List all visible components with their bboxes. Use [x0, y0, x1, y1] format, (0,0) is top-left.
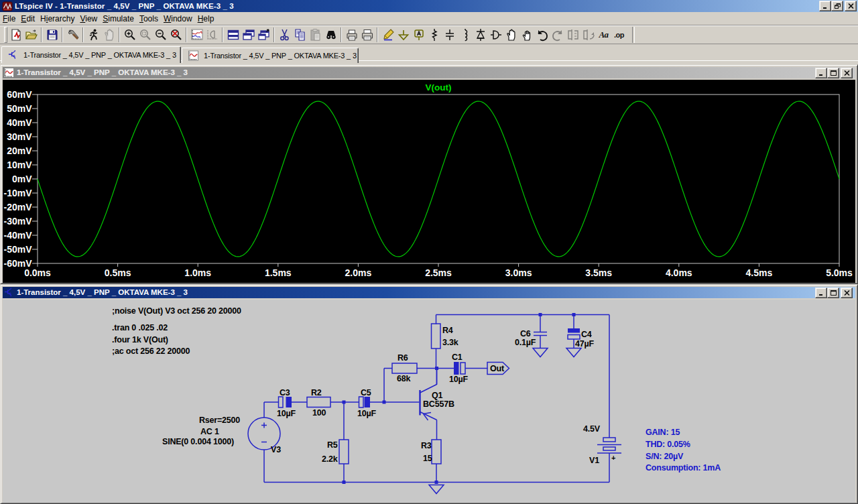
toolbar-plot-settings-button[interactable]	[189, 27, 204, 42]
menu-view[interactable]: View	[77, 13, 100, 25]
v3-param-ac[interactable]: AC 1	[200, 427, 219, 436]
waveform-doc-icon	[188, 50, 199, 62]
schematic-close-button[interactable]	[841, 288, 853, 298]
schematic-window-titlebar[interactable]: 1-Transistor _ 4,5V _ PNP _ OKTAVA MKE-3…	[3, 287, 855, 298]
tab-schematic[interactable]: 1-Transistor _ 4,5V _ PNP _ OKTAVA MKE-3…	[1, 46, 181, 63]
toolbar-print-preview-button[interactable]	[344, 27, 359, 42]
schematic-window-title: 1-Transistor _ 4,5V _ PNP _ OKTAVA MKE-3…	[17, 288, 188, 296]
menu-simulate[interactable]: Simulate	[100, 13, 137, 25]
toolbar-run-button[interactable]	[86, 27, 101, 42]
x-tick-label: 5.0ms	[826, 267, 853, 278]
toolbar-zoom-in-button[interactable]	[122, 27, 137, 42]
toolbar-new-schematic-button[interactable]	[8, 27, 23, 42]
c1-neg-plate	[461, 363, 465, 374]
toolbar-diode-button[interactable]	[473, 27, 488, 42]
r4-ref[interactable]: R4	[442, 326, 453, 335]
toolbar-control-panel-button[interactable]	[65, 27, 80, 42]
note-sn[interactable]: S/N: 20µV	[646, 452, 684, 461]
toolbar-inductor-button[interactable]	[457, 27, 473, 42]
halt-icon	[103, 28, 116, 42]
c5-value[interactable]: 10µF	[357, 409, 377, 418]
waveform-window-titlebar[interactable]: 1-Transistor _ 4,5V _ PNP _ OKTAVA MKE-3…	[3, 67, 855, 78]
note-thd[interactable]: THD: 0.05%	[646, 440, 690, 449]
toolbar: Aa.op	[0, 25, 858, 44]
menu-help[interactable]: Help	[195, 13, 217, 25]
toolbar-capacitor-button[interactable]	[442, 27, 457, 42]
waveform-plot[interactable]: 60mV50mV40mV30mV20mV10mV0mV-10mV-20mV-30…	[3, 80, 855, 283]
toolbar-component-button[interactable]	[488, 27, 503, 42]
toolbar-drag-button[interactable]	[519, 27, 534, 42]
toolbar-zoom-out-button[interactable]	[153, 27, 168, 42]
waveform-minimize-button[interactable]	[815, 68, 827, 78]
v1-value[interactable]: 4.5V	[583, 424, 601, 434]
schematic-maximize-button[interactable]	[827, 288, 839, 298]
ltspice-app-icon[interactable]	[2, 1, 13, 11]
v3-param-rser[interactable]: Rser=2500	[199, 416, 240, 425]
c6-value[interactable]: 0.1µF	[515, 338, 536, 347]
toolbar-resistor-button[interactable]	[426, 27, 442, 42]
c1-value[interactable]: 10µF	[449, 375, 469, 384]
toolbar-open-button[interactable]	[23, 27, 39, 42]
toolbar-wire-button[interactable]	[380, 27, 395, 42]
toolbar-ground-button[interactable]	[395, 27, 411, 42]
trace-name-label[interactable]: V(out)	[426, 82, 452, 92]
note-gain[interactable]: GAIN: 15	[646, 428, 680, 437]
menu-window[interactable]: Window	[161, 13, 195, 25]
r3-ref[interactable]: R3	[421, 441, 432, 450]
menubar: FileEditHierarchyViewSimulateToolsWindow…	[0, 12, 858, 25]
directive-ac[interactable]: ;ac oct 256 22 20000	[112, 346, 190, 356]
q1-value[interactable]: BC557B	[423, 399, 454, 409]
schematic-canvas[interactable]: ;noise V(Out) V3 oct 256 20 20000 .tran …	[3, 300, 855, 503]
toolbar-cascade-windows-button[interactable]	[241, 27, 256, 42]
r4-value[interactable]: 3.3k	[442, 338, 458, 347]
toolbar-move-button[interactable]	[503, 27, 519, 42]
c4-value[interactable]: 47µF	[575, 339, 595, 349]
toolbar-text-tool-button[interactable]: Aa	[596, 27, 611, 42]
r2-ref[interactable]: R2	[311, 388, 322, 397]
c6-ref[interactable]: C6	[520, 329, 531, 338]
r6-ref[interactable]: R6	[397, 353, 408, 363]
r5-value[interactable]: 2.2k	[322, 454, 338, 464]
toolbar-spice-directive-button[interactable]: .op	[611, 27, 627, 42]
toolbar-find-button[interactable]	[323, 27, 339, 42]
v3-param-sine[interactable]: SINE(0 0.004 1000)	[162, 437, 234, 446]
toolbar-copy-button[interactable]	[292, 27, 308, 42]
menu-file[interactable]: File	[0, 13, 18, 25]
waveform-close-button[interactable]	[841, 68, 853, 78]
directive-noise[interactable]: ;noise V(Out) V3 oct 256 20 20000	[112, 306, 241, 316]
toolbar-label-net-button[interactable]	[411, 27, 426, 42]
r6-value[interactable]: 68k	[397, 374, 411, 383]
close-button[interactable]	[845, 1, 857, 11]
toolbar-zoom-extents-button[interactable]	[168, 27, 184, 42]
toolbar-undo-button[interactable]	[534, 27, 550, 42]
v3-ref[interactable]: V3	[271, 445, 281, 454]
directive-tran[interactable]: .tran 0 .025 .02	[112, 323, 168, 332]
schematic-minimize-button[interactable]	[815, 288, 827, 298]
menu-tools[interactable]: Tools	[137, 13, 161, 25]
r5-ref[interactable]: R5	[327, 440, 338, 450]
out-port-label[interactable]: Out	[490, 364, 505, 373]
c5-ref[interactable]: C5	[361, 388, 371, 397]
c3-value[interactable]: 10µF	[277, 409, 296, 418]
c1-ref[interactable]: C1	[452, 353, 463, 362]
c4-ref[interactable]: C4	[581, 330, 592, 339]
minimize-button[interactable]	[819, 1, 831, 11]
r2-value[interactable]: 100	[312, 408, 326, 418]
v1-ref[interactable]: V1	[589, 456, 599, 465]
toolbar-arrange-windows-button[interactable]	[256, 27, 271, 42]
menu-hierarchy[interactable]: Hierarchy	[38, 13, 77, 25]
tab-waveform[interactable]: 1-Transistor _ 4,5V _ PNP _ OKTAVA MKE-3…	[182, 48, 359, 63]
menu-edit[interactable]: Edit	[18, 13, 38, 25]
waveform-maximize-button[interactable]	[827, 68, 839, 78]
toolbar-tile-windows-button[interactable]	[225, 27, 241, 42]
directive-four[interactable]: .four 1k V(Out)	[112, 335, 168, 344]
toolbar-cut-button[interactable]	[277, 27, 292, 42]
restore-button[interactable]	[831, 1, 843, 11]
toolbar-print-button[interactable]	[359, 27, 375, 42]
toolbar-save-button[interactable]	[44, 27, 60, 42]
c3-ref[interactable]: C3	[280, 388, 290, 397]
q1-ref[interactable]: Q1	[432, 391, 443, 400]
vout-trace[interactable]	[38, 101, 839, 257]
r3-value[interactable]: 15	[423, 454, 432, 463]
note-consumption[interactable]: Consumption: 1mA	[646, 463, 721, 472]
